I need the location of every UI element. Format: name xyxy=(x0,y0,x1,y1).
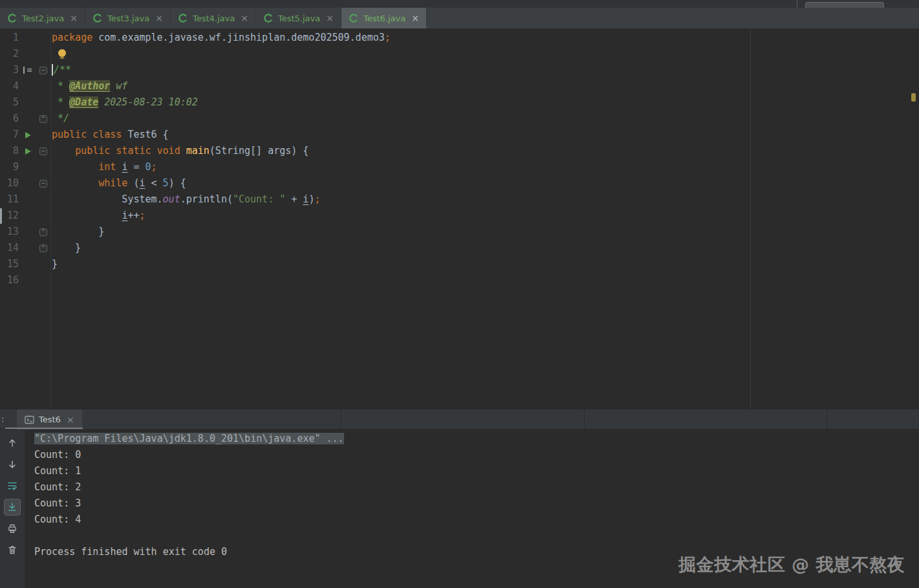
line-number: 11 xyxy=(0,191,19,208)
tab-label: Test4.java xyxy=(193,14,235,23)
code-line[interactable]: 16 xyxy=(0,272,919,289)
tab-close-icon[interactable]: × xyxy=(326,14,334,23)
soft-wrap-button[interactable] xyxy=(4,477,21,494)
fold-column xyxy=(36,30,50,46)
code-line[interactable]: 12 i++; xyxy=(0,208,919,224)
fold-start-icon[interactable]: − xyxy=(39,147,47,155)
fold-start-icon[interactable]: − xyxy=(39,67,47,74)
intention-bulb-icon[interactable] xyxy=(58,49,66,57)
line-number: 14 xyxy=(0,240,19,256)
gutter-icons xyxy=(19,208,36,224)
gutter-icons xyxy=(19,159,36,175)
fold-column: ^ xyxy=(36,224,50,240)
code-text: i++; xyxy=(50,208,919,224)
code-line[interactable]: 2 xyxy=(0,46,919,62)
gutter-icons xyxy=(19,272,36,289)
code-line[interactable]: 9 int i = 0; xyxy=(0,159,919,175)
down-the-stack-trace-button[interactable] xyxy=(4,456,21,473)
titlebar-partial-control[interactable] xyxy=(805,2,884,8)
code-line[interactable]: 13^ } xyxy=(0,224,919,240)
line-number: 8 xyxy=(0,143,19,159)
code-line[interactable]: 8− public static void main(String[] args… xyxy=(0,143,919,159)
gutter-icons xyxy=(19,30,36,46)
gutter-icons xyxy=(19,175,36,191)
code-line[interactable]: 7public class Test6 { xyxy=(0,127,919,143)
tab-close-icon[interactable]: × xyxy=(155,14,163,23)
fold-column xyxy=(36,127,50,143)
code-text: public class Test6 { xyxy=(50,127,919,143)
run-toolwindow-header: : Test6 × xyxy=(0,409,919,430)
code-line[interactable]: 6^ */ xyxy=(0,111,919,127)
fold-column xyxy=(36,46,50,62)
watermark-text: 掘金技术社区 @ 我崽不熬夜 xyxy=(678,553,905,576)
gutter-icons: ≡ xyxy=(19,62,36,78)
console-line: Count: 1 xyxy=(34,463,919,479)
code-line[interactable]: 11 System.out.println("Count: " + i); xyxy=(0,191,919,208)
gutter-icons xyxy=(19,143,36,159)
left-edge-marker xyxy=(0,208,2,224)
code-line[interactable]: 14^ } xyxy=(0,240,919,256)
editor-tab-test5-java[interactable]: Test5.java× xyxy=(256,8,341,28)
fold-end-icon[interactable]: ^ xyxy=(39,115,47,123)
fold-end-icon[interactable]: ^ xyxy=(39,245,47,252)
comment-gutter-icon[interactable]: ≡ xyxy=(23,67,32,74)
code-text xyxy=(50,46,919,62)
code-line[interactable]: 5 * @Date 2025-08-23 10:02 xyxy=(0,94,919,111)
tab-label: Test5.java xyxy=(278,14,320,23)
tab-label: Test6.java xyxy=(363,14,405,23)
code-text: package com.example.javase.wf.jinshiplan… xyxy=(50,30,919,46)
titlebar-separator xyxy=(797,0,797,8)
code-line[interactable]: 4 * @Author wf xyxy=(0,78,919,94)
gutter-icons xyxy=(19,240,36,256)
line-number: 5 xyxy=(0,94,19,111)
gutter-icons xyxy=(19,191,36,208)
code-text: } xyxy=(50,224,919,240)
ide-window: Test2.java×Test3.java×Test4.java×Test5.j… xyxy=(0,0,919,588)
gutter-icons xyxy=(19,94,36,111)
editor-tab-test3-java[interactable]: Test3.java× xyxy=(85,8,171,28)
line-number: 15 xyxy=(0,256,19,272)
run-gutter-icon[interactable] xyxy=(25,132,31,138)
tab-close-icon[interactable]: × xyxy=(241,14,248,23)
code-text: * @Author wf xyxy=(50,78,919,94)
line-number: 7 xyxy=(0,127,19,143)
editor-tab-test4-java[interactable]: Test4.java× xyxy=(171,8,256,28)
line-number: 13 xyxy=(0,224,19,240)
header-separator xyxy=(341,409,341,430)
fold-start-icon[interactable]: − xyxy=(39,180,47,188)
scroll-to-end-button[interactable] xyxy=(4,499,21,516)
editor-tab-test2-java[interactable]: Test2.java× xyxy=(0,8,85,28)
line-number: 1 xyxy=(0,30,19,46)
code-line[interactable]: 1package com.example.javase.wf.jinshipla… xyxy=(0,30,919,46)
fold-end-icon[interactable]: ^ xyxy=(39,228,47,236)
java-class-icon xyxy=(349,13,359,23)
fold-column: ^ xyxy=(36,111,50,127)
code-text: /** xyxy=(50,62,919,78)
editor-tab-test6-java[interactable]: Test6.java× xyxy=(341,8,427,28)
run-tab-test6[interactable]: Test6 × xyxy=(17,409,82,430)
code-text xyxy=(50,272,919,289)
code-line[interactable]: 15} xyxy=(0,256,919,272)
code-editor[interactable]: 1package com.example.javase.wf.jinshipla… xyxy=(0,28,919,409)
code-line[interactable]: 10− while (i < 5) { xyxy=(0,175,919,191)
run-gutter-icon[interactable] xyxy=(25,148,31,155)
code-line[interactable]: 3≡−/** xyxy=(0,62,919,78)
run-tab-close-icon[interactable]: × xyxy=(67,415,74,424)
fold-column xyxy=(36,256,50,272)
tab-label: Test3.java xyxy=(107,14,149,23)
code-text: } xyxy=(50,240,919,256)
fold-column: ^ xyxy=(36,240,50,256)
code-text: */ xyxy=(50,111,919,127)
line-number: 3 xyxy=(0,62,19,78)
java-class-icon xyxy=(7,13,17,23)
code-text: while (i < 5) { xyxy=(50,175,919,191)
tab-close-icon[interactable]: × xyxy=(70,14,78,23)
print-button[interactable] xyxy=(4,520,21,537)
tab-close-icon[interactable]: × xyxy=(411,14,419,23)
up-the-stack-trace-button[interactable] xyxy=(4,435,21,452)
console-output[interactable]: "C:\Program Files\Java\jdk1.8.0_201\bin\… xyxy=(26,430,919,560)
clear-all-button[interactable] xyxy=(4,541,21,558)
fold-column xyxy=(36,272,50,289)
code-text: } xyxy=(50,256,919,272)
run-tab-active-underline xyxy=(5,428,83,429)
